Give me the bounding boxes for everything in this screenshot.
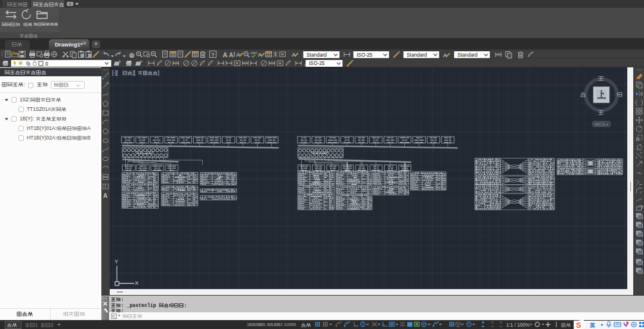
svg-text:HT1B(Y)02A:: HT1B(Y)02A:: [27, 135, 57, 141]
svg-text:1B(Y):: 1B(Y):: [20, 116, 34, 122]
svg-text::: :: [24, 82, 26, 88]
svg-text:X: X: [135, 280, 139, 286]
svg-text:1SZ:: 1SZ:: [20, 97, 30, 103]
svg-text:英: 英: [589, 322, 595, 328]
svg-text:✦: ✦: [600, 322, 604, 328]
svg-text:B: B: [87, 135, 91, 141]
svg-text:S: S: [576, 321, 581, 329]
svg-text:A: A: [103, 193, 107, 199]
svg-text:]: ]: [158, 70, 159, 76]
svg-text:: _pasteclip: : _pasteclip: [121, 303, 156, 308]
svg-text:HT1B(Y)01A:: HT1B(Y)01A:: [27, 125, 57, 131]
svg-text:ISO-25: ISO-25: [309, 60, 325, 66]
svg-text:][: ][: [132, 70, 135, 76]
svg-text:Y: Y: [114, 258, 119, 265]
svg-text:1:1 / 100%: 1:1 / 100%: [506, 322, 530, 328]
svg-text:A: A: [87, 125, 91, 131]
svg-text:[-][: [-][: [112, 70, 118, 76]
svg-text::: :: [184, 303, 187, 308]
svg-text:0: 0: [45, 61, 48, 67]
svg-text:TT1SZ01A:: TT1SZ01A:: [27, 106, 52, 112]
svg-text::: :: [121, 297, 124, 302]
